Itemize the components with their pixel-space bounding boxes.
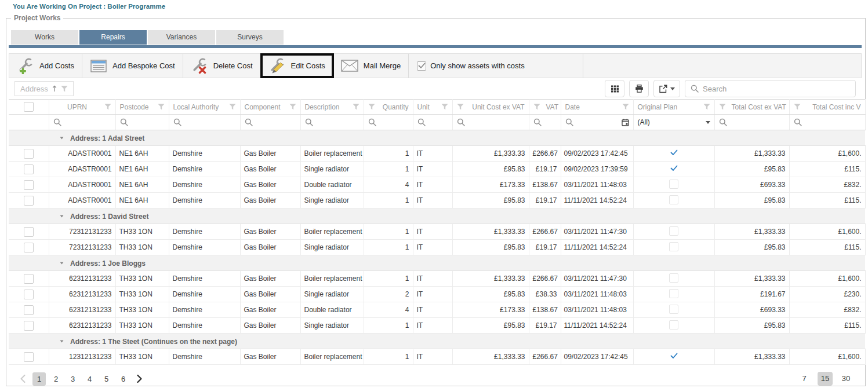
add-costs-button[interactable]: Add Costs: [9, 54, 82, 78]
caret-down-icon[interactable]: [706, 121, 710, 124]
page-number-3[interactable]: 3: [66, 372, 79, 386]
page-number-6[interactable]: 6: [117, 372, 130, 386]
column-header-description[interactable]: Description: [300, 100, 364, 115]
filter-search-icon[interactable]: [305, 118, 313, 126]
group-row[interactable]: Address: 1 Adal Street: [9, 130, 865, 146]
page-number-2[interactable]: 2: [49, 372, 63, 386]
column-header-local-authority[interactable]: Local Authority: [169, 100, 240, 115]
filter-funnel-icon[interactable]: [229, 104, 236, 110]
filter-cell-vat[interactable]: [529, 115, 561, 130]
delete-cost-button[interactable]: Delete Cost: [183, 54, 261, 78]
row-checkbox[interactable]: [24, 243, 34, 252]
group-row[interactable]: Address: 1 Joe Bloggs: [9, 255, 865, 271]
filter-cell-original-plan[interactable]: (All): [633, 115, 714, 130]
column-header-original-plan[interactable]: Original Plan: [633, 100, 714, 115]
group-chip-address[interactable]: Address: [14, 81, 74, 96]
page-number-1[interactable]: 1: [32, 372, 46, 386]
filter-search-icon[interactable]: [417, 118, 426, 126]
column-header-postcode[interactable]: Postcode: [115, 100, 169, 115]
filter-funnel-icon[interactable]: [353, 104, 359, 110]
column-header-quantity[interactable]: Quantity: [364, 100, 413, 115]
group-collapse-icon[interactable]: [60, 215, 64, 218]
next-page-button[interactable]: [133, 375, 146, 383]
tab-surveys[interactable]: Surveys: [216, 30, 284, 45]
filter-funnel-icon[interactable]: [533, 104, 540, 110]
previous-page-button[interactable]: [17, 375, 29, 383]
filter-search-icon[interactable]: [120, 118, 128, 126]
filter-search-icon[interactable]: [53, 118, 61, 126]
filter-search-icon[interactable]: [565, 118, 573, 126]
column-header-component[interactable]: Component: [240, 100, 300, 115]
filter-search-icon[interactable]: [794, 118, 802, 126]
filter-funnel-icon[interactable]: [457, 104, 464, 110]
row-checkbox[interactable]: [24, 305, 34, 315]
column-header-unit[interactable]: Unit: [413, 100, 452, 115]
filter-cell-date[interactable]: [561, 115, 633, 130]
page-number-4[interactable]: 4: [83, 372, 96, 386]
filter-search-icon[interactable]: [457, 118, 465, 126]
print-button[interactable]: [629, 80, 649, 97]
filter-search-icon[interactable]: [173, 118, 181, 126]
calendar-icon[interactable]: [622, 119, 629, 126]
group-collapse-icon[interactable]: [60, 262, 64, 265]
filter-funnel-icon[interactable]: [794, 104, 801, 110]
filter-cell-description[interactable]: [300, 115, 364, 130]
select-all-checkbox[interactable]: [24, 102, 34, 112]
filter-search-icon[interactable]: [245, 118, 253, 126]
filter-cell-unit-cost-ex-vat[interactable]: [452, 115, 529, 130]
page-size-15[interactable]: 15: [818, 372, 833, 386]
column-header-vat[interactable]: VAT: [529, 100, 561, 115]
row-checkbox[interactable]: [24, 290, 34, 299]
filter-cell-component[interactable]: [240, 115, 300, 130]
group-row[interactable]: Address: 1 The Steet (Continues on the n…: [9, 334, 865, 349]
filter-cell-quantity[interactable]: [364, 115, 413, 130]
filter-funnel-icon[interactable]: [104, 104, 111, 110]
edit-costs-button[interactable]: Edit Costs: [261, 54, 333, 78]
row-checkbox[interactable]: [24, 352, 34, 362]
filter-search-icon[interactable]: [533, 118, 542, 126]
row-checkbox[interactable]: [24, 149, 34, 159]
page-size-7[interactable]: 7: [797, 372, 812, 386]
filter-cell-total-cost-inc-v[interactable]: [789, 115, 865, 130]
group-collapse-icon[interactable]: [60, 340, 64, 343]
group-row[interactable]: Address: 1 David Street: [9, 208, 865, 224]
filter-funnel-icon[interactable]: [441, 104, 448, 110]
column-header-select[interactable]: [9, 100, 49, 115]
filter-cell-uprn[interactable]: [49, 115, 115, 130]
column-header-total-cost-ex-vat[interactable]: Total Cost ex VAT: [714, 100, 789, 115]
row-checkbox[interactable]: [24, 321, 34, 331]
filter-funnel-icon[interactable]: [703, 104, 710, 110]
mail-merge-button[interactable]: Mail Merge: [333, 54, 409, 78]
export-button[interactable]: [653, 80, 680, 97]
row-checkbox[interactable]: [24, 274, 34, 284]
column-header-date[interactable]: Date: [561, 100, 633, 115]
tab-repairs[interactable]: Repairs: [79, 30, 147, 45]
tab-works[interactable]: Works: [11, 30, 78, 45]
filter-cell-postcode[interactable]: [115, 115, 169, 130]
filter-funnel-icon[interactable]: [289, 104, 296, 110]
filter-funnel-icon[interactable]: [719, 104, 726, 110]
row-checkbox[interactable]: [24, 180, 34, 190]
filter-cell-total-cost-ex-vat[interactable]: [714, 115, 789, 130]
tab-variances[interactable]: Variances: [148, 30, 215, 45]
filter-cell-local-authority[interactable]: [169, 115, 240, 130]
row-checkbox[interactable]: [24, 227, 34, 237]
filter-cell-unit[interactable]: [413, 115, 452, 130]
column-header-unit-cost-ex-vat[interactable]: Unit Cost ex VAT: [452, 100, 529, 115]
column-header-total-cost-inc-v[interactable]: Total Cost inc V: [789, 100, 865, 115]
page-number-5[interactable]: 5: [100, 372, 113, 386]
filter-funnel-icon[interactable]: [158, 104, 165, 110]
filter-search-icon[interactable]: [719, 118, 727, 126]
page-size-30[interactable]: 30: [838, 372, 854, 386]
column-header-uprn[interactable]: UPRN: [49, 100, 115, 115]
row-checkbox[interactable]: [24, 196, 34, 206]
filter-funnel-icon[interactable]: [61, 86, 68, 92]
filter-funnel-icon[interactable]: [622, 104, 629, 110]
group-collapse-icon[interactable]: [60, 137, 64, 140]
only-show-assets-with-costs-checkbox[interactable]: Only show assets with costs: [409, 54, 583, 78]
filter-search-icon[interactable]: [368, 118, 376, 126]
add-bespoke-cost-button[interactable]: Add Bespoke Cost: [82, 54, 183, 78]
row-checkbox[interactable]: [24, 164, 34, 174]
filter-select-value[interactable]: (All): [638, 118, 650, 126]
column-chooser-button[interactable]: [605, 80, 624, 97]
